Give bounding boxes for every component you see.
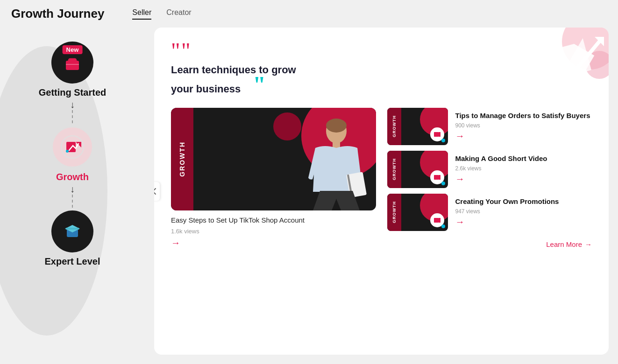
person-svg	[306, 117, 367, 210]
list-item: 2 GROWTH	[387, 108, 592, 145]
step-circle-getting-started: New	[51, 42, 93, 84]
svg-text:": "	[171, 42, 180, 59]
video-2-views: 900 views	[455, 122, 592, 129]
main-video-views: 1.6k views	[171, 228, 376, 235]
circle-2	[207, 136, 254, 182]
main-panel: " " Learn techniques to grow your busine…	[154, 28, 609, 355]
person-silhouette	[306, 117, 367, 210]
learn-more-link[interactable]: Learn More →	[546, 240, 592, 248]
main-video-title: Easy Steps to Set Up TikTok Shop Account	[171, 216, 376, 224]
v3-dot	[441, 182, 445, 185]
svg-text:": "	[181, 42, 191, 59]
video-4-info: Creating Your Own Promotions 947 views →	[455, 197, 592, 227]
dashed-line-1	[72, 110, 73, 123]
step-label-getting-started: Getting Started	[39, 87, 106, 98]
video-3-info: Making A Good Short Video 2.6k views →	[455, 154, 592, 184]
svg-marker-30	[439, 218, 440, 223]
arrow-down-2: ↓	[70, 184, 75, 194]
main-video-growth-label: GROWTH	[171, 108, 193, 210]
svg-rect-11	[66, 228, 79, 230]
video-4-growth: GROWTH	[387, 194, 401, 231]
video-3-title: Making A Good Short Video	[455, 154, 592, 163]
video-2-title: Tips to Manage Orders to Satisfy Buyers	[455, 111, 592, 120]
arrow-down-1: ↓	[70, 100, 75, 109]
main-video-growth-text: GROWTH	[178, 141, 186, 177]
video-3-arrow[interactable]: →	[455, 174, 465, 184]
v3-circle2	[404, 167, 422, 186]
list-item: 3 GROWTH Making A Good	[387, 151, 592, 188]
main-tabs: Seller Creator	[132, 8, 191, 20]
video-2-info: Tips to Manage Orders to Satisfy Buyers …	[455, 111, 592, 141]
list-item: 4 GROWTH Creating Your	[387, 194, 592, 231]
video-4-thumbnail[interactable]: 4 GROWTH	[387, 194, 448, 231]
svg-marker-16	[595, 37, 604, 46]
step-circle-expert	[51, 210, 93, 252]
step-circle-growth	[51, 126, 93, 168]
svg-point-20	[326, 119, 347, 133]
connector-1: ↓	[70, 100, 75, 124]
step-label-growth: Growth	[56, 172, 89, 182]
video-3-thumbnail[interactable]: 3 GROWTH	[387, 151, 448, 188]
svg-rect-2	[69, 59, 76, 61]
svg-point-8	[66, 150, 69, 153]
chevron-left-icon	[154, 188, 156, 195]
v2-circle2	[404, 124, 422, 143]
video-4-arrow[interactable]: →	[455, 217, 465, 227]
video-3-views: 2.6k views	[455, 165, 592, 172]
videos-section: 1 GROWTH	[171, 108, 592, 248]
v4-dot	[441, 224, 445, 228]
main-video-thumbnail[interactable]: 1 GROWTH	[171, 108, 376, 210]
main-content: New Getting Started ↓	[0, 28, 618, 364]
svg-rect-3	[66, 64, 79, 65]
sidebar-toggle[interactable]	[154, 182, 160, 201]
header: Growth Journey Seller Creator	[0, 0, 618, 28]
step-getting-started[interactable]: New Getting Started	[39, 42, 106, 98]
app-title: Growth Journey	[11, 7, 104, 21]
svg-marker-26	[439, 132, 440, 137]
video-4-views: 947 views	[455, 208, 592, 215]
v2-dot	[441, 139, 445, 142]
main-video: 1 GROWTH	[171, 108, 376, 248]
video-2-arrow[interactable]: →	[455, 131, 465, 141]
hero-quote-text: Learn techniques to grow your business "	[171, 63, 348, 97]
svg-rect-25	[434, 132, 439, 137]
journey-sidebar: New Getting Started ↓	[0, 28, 145, 355]
learn-more-row: Learn More →	[387, 240, 592, 248]
svg-marker-28	[439, 175, 440, 180]
expert-icon	[62, 221, 83, 242]
circle-3	[273, 112, 301, 140]
connector-2: ↓	[70, 184, 75, 209]
step-label-expert: Expert Level	[45, 256, 100, 267]
video-3-growth: GROWTH	[387, 151, 401, 188]
video-2-growth: GROWTH	[387, 108, 401, 145]
briefcase-icon	[62, 52, 83, 73]
growth-icon	[61, 135, 84, 159]
video-4-title: Creating Your Own Promotions	[455, 197, 592, 206]
svg-rect-27	[434, 175, 439, 180]
main-video-arrow[interactable]: →	[171, 238, 376, 248]
quote-close: "	[253, 77, 266, 91]
svg-rect-21	[333, 141, 340, 148]
video-2-thumbnail[interactable]: 2 GROWTH	[387, 108, 448, 145]
step-growth[interactable]: Growth	[51, 126, 93, 182]
hero-quote-section: " " Learn techniques to grow your busine…	[171, 42, 592, 97]
step-expert-level[interactable]: Expert Level	[45, 210, 100, 267]
side-videos-list: 2 GROWTH	[387, 108, 592, 248]
quote-open: " "	[171, 42, 592, 59]
new-badge: New	[63, 45, 83, 54]
journey-steps: New Getting Started ↓	[39, 42, 106, 267]
tab-seller[interactable]: Seller	[132, 8, 151, 20]
tab-creator[interactable]: Creator	[166, 8, 191, 20]
v4-circle2	[404, 210, 422, 229]
dashed-line-2	[72, 195, 73, 208]
svg-rect-29	[434, 218, 439, 223]
open-quote-svg: " "	[171, 42, 194, 59]
